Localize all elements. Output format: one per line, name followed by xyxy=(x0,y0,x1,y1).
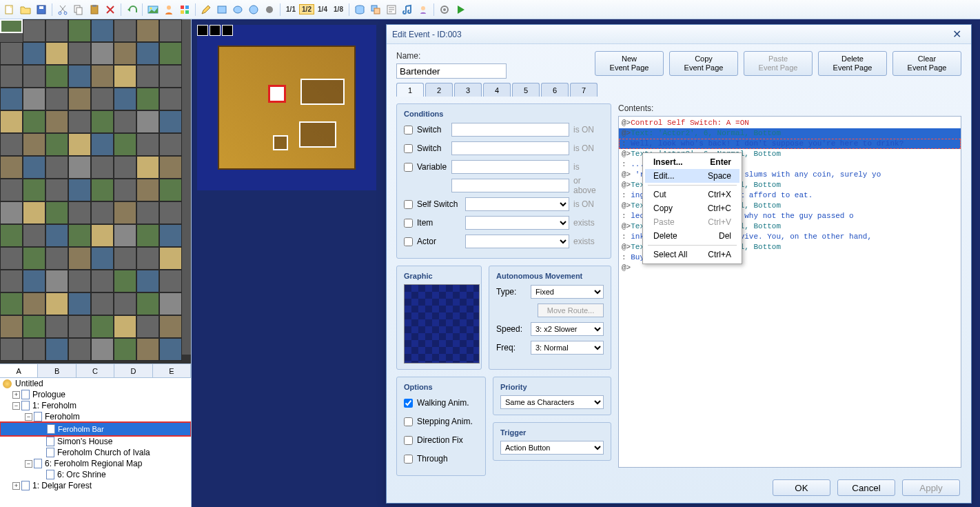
delete-icon[interactable] xyxy=(103,3,117,17)
tree-node[interactable]: Simon's House xyxy=(0,436,191,447)
tree-node[interactable]: 6: Orc Shrine xyxy=(0,469,191,480)
paste-icon[interactable] xyxy=(88,3,101,17)
sound-icon[interactable] xyxy=(400,3,414,17)
event-page-tabs: 1234567 xyxy=(387,83,971,97)
settings-icon[interactable] xyxy=(438,3,451,17)
contents-line[interactable]: @> xyxy=(619,263,961,273)
palette-tab-C[interactable]: C xyxy=(76,364,114,377)
map-page-icon xyxy=(46,448,54,457)
event-page-tab-1[interactable]: 1 xyxy=(396,83,424,97)
delete-event-page-button[interactable]: Delete Event Page xyxy=(818,51,887,76)
event-page-tab-6[interactable]: 6 xyxy=(541,83,569,97)
palette-tab-B[interactable]: B xyxy=(38,364,76,377)
menu-item-insert[interactable]: Insert...Enter xyxy=(645,155,739,169)
undo-icon[interactable] xyxy=(125,3,139,17)
new-event-page-button[interactable]: New Event Page xyxy=(595,51,664,76)
playtest-icon[interactable] xyxy=(453,3,467,17)
layers-icon[interactable] xyxy=(369,3,382,17)
event-page-tab-5[interactable]: 5 xyxy=(512,83,540,97)
tree-root: Untitled xyxy=(0,378,191,389)
cancel-button[interactable]: Cancel xyxy=(837,479,895,496)
event-name-input[interactable] xyxy=(396,63,507,79)
event-page-tab-4[interactable]: 4 xyxy=(483,83,511,97)
copy-icon[interactable] xyxy=(72,3,85,17)
variable-value-input[interactable] xyxy=(451,179,569,192)
zoom-14[interactable]: 1/4 xyxy=(316,3,329,17)
map-tree[interactable]: Untitled + Prologue− 1: Feroholm− Feroho… xyxy=(0,377,191,507)
menu-item-copy[interactable]: CopyCtrl+C xyxy=(645,201,739,215)
graphic-group: Graphic xyxy=(396,266,482,370)
actor-checkbox[interactable] xyxy=(404,237,413,246)
tree-node[interactable]: + 1: Delgar Forest xyxy=(0,480,191,491)
event-page-tab-2[interactable]: 2 xyxy=(425,83,453,97)
graphic-preview[interactable] xyxy=(404,284,480,364)
menu-item-delete[interactable]: DeleteDel xyxy=(645,229,739,243)
selfswitch-checkbox[interactable] xyxy=(404,200,413,209)
dialog-titlebar[interactable]: Edit Event - ID:003 ✕ xyxy=(387,25,971,44)
selfswitch-select[interactable] xyxy=(465,197,569,211)
image-icon[interactable] xyxy=(146,3,160,17)
region-icon[interactable] xyxy=(178,3,192,17)
event-page-tab-7[interactable]: 7 xyxy=(570,83,598,97)
character-gen-icon[interactable] xyxy=(416,3,430,17)
stepping-checkbox[interactable] xyxy=(404,417,413,426)
palette-tab-A[interactable]: A xyxy=(0,364,38,377)
database-icon[interactable] xyxy=(353,3,367,17)
tree-node[interactable]: Feroholm Bar xyxy=(0,422,191,436)
palette-tab-D[interactable]: D xyxy=(114,364,152,377)
walking-checkbox[interactable] xyxy=(404,399,413,408)
priority-select[interactable]: Same as Characters xyxy=(500,395,604,409)
shadow-tool-icon[interactable] xyxy=(263,3,276,17)
map-event-selection[interactable] xyxy=(270,87,284,101)
menu-item-selectall[interactable]: Select AllCtrl+A xyxy=(645,248,739,261)
zoom-18[interactable]: 1/8 xyxy=(331,3,345,17)
contents-line[interactable]: @>Control Self Switch: A =ON xyxy=(619,118,961,128)
item-checkbox[interactable] xyxy=(404,219,413,228)
switch2-input[interactable] xyxy=(451,141,569,155)
zoom-11[interactable]: 1/1 xyxy=(284,3,298,17)
event-page-tab-3[interactable]: 3 xyxy=(454,83,482,97)
ellipse-tool-icon[interactable] xyxy=(231,3,245,17)
actor-select[interactable] xyxy=(465,235,569,248)
item-select[interactable] xyxy=(465,216,569,230)
svg-rect-8 xyxy=(92,5,96,7)
open-icon[interactable] xyxy=(19,3,32,17)
palette-tab-E[interactable]: E xyxy=(153,364,191,377)
close-icon[interactable]: ✕ xyxy=(948,28,966,41)
switch2-checkbox[interactable] xyxy=(404,144,413,153)
fill-tool-icon[interactable] xyxy=(247,3,261,17)
svg-point-17 xyxy=(234,6,242,13)
through-checkbox[interactable] xyxy=(404,455,413,464)
tree-node[interactable]: + Prologue xyxy=(0,389,191,400)
new-project-icon[interactable] xyxy=(3,3,17,17)
rect-tool-icon[interactable] xyxy=(215,3,229,17)
options-group: Options Walking Anim. Stepping Anim. Dir… xyxy=(396,377,486,476)
menu-item-cut[interactable]: CutCtrl+X xyxy=(645,188,739,201)
script-icon[interactable] xyxy=(385,3,398,17)
tree-node[interactable]: − 6: Feroholm Regional Map xyxy=(0,458,191,469)
switch1-input[interactable] xyxy=(451,123,569,137)
actor-icon[interactable] xyxy=(162,3,176,17)
tileset-palette[interactable] xyxy=(0,19,191,364)
copy-event-page-button[interactable]: Copy Event Page xyxy=(669,51,738,76)
clear-event-page-button[interactable]: Clear Event Page xyxy=(892,51,961,76)
movement-type-select[interactable]: Fixed xyxy=(531,285,604,299)
menu-item-edit[interactable]: Edit...Space xyxy=(645,169,739,183)
zoom-12[interactable]: 1/2 xyxy=(300,3,314,17)
ok-button[interactable]: OK xyxy=(773,479,830,496)
movement-speed-select[interactable]: 3: x2 Slower xyxy=(531,322,604,336)
tree-node[interactable]: − 1: Feroholm xyxy=(0,400,191,411)
movement-freq-select[interactable]: 3: Normal xyxy=(531,341,604,355)
dirfix-checkbox[interactable] xyxy=(404,436,413,445)
save-icon[interactable] xyxy=(34,3,48,17)
contents-line[interactable]: : Well, look who's back! I don't suppose… xyxy=(619,139,961,149)
tree-node[interactable]: − Feroholm xyxy=(0,411,191,422)
pencil-icon[interactable] xyxy=(199,3,213,17)
cut-icon[interactable] xyxy=(56,3,70,17)
tree-node[interactable]: Feroholm Church of Ivala xyxy=(0,447,191,458)
contents-line[interactable]: @>Text: 'Actor2', 6, Normal, Bottom xyxy=(619,128,961,139)
variable-checkbox[interactable] xyxy=(404,163,413,172)
variable-input[interactable] xyxy=(451,160,569,174)
switch1-checkbox[interactable] xyxy=(404,126,413,135)
trigger-select[interactable]: Action Button xyxy=(500,441,604,455)
